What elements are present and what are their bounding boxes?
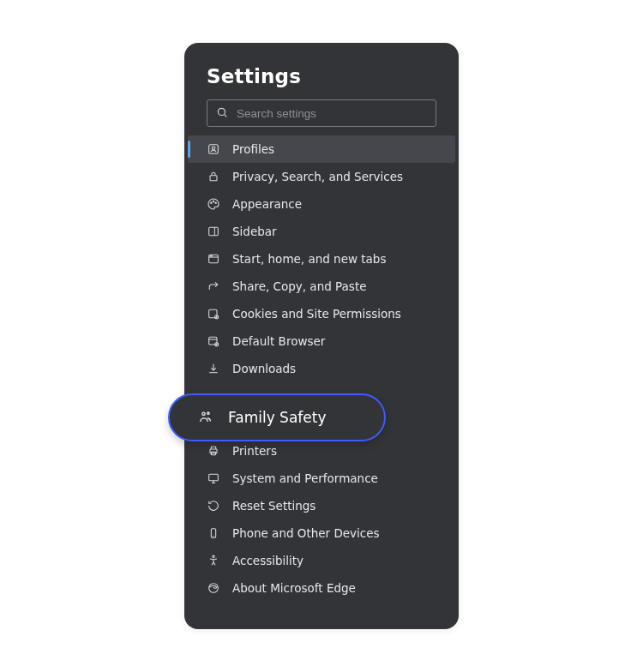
nav-label: Cookies and Site Permissions xyxy=(232,307,401,321)
nav-item-profiles[interactable]: Profiles xyxy=(188,135,455,163)
svg-point-6 xyxy=(213,201,213,201)
svg-line-1 xyxy=(225,114,227,117)
nav-label: System and Performance xyxy=(232,471,378,485)
nav-label: Accessibility xyxy=(232,554,303,567)
nav-label: Phone and Other Devices xyxy=(232,526,380,540)
search-box[interactable] xyxy=(207,99,436,127)
nav-label: Reset Settings xyxy=(232,499,315,513)
palette-icon xyxy=(207,197,220,211)
svg-point-12 xyxy=(210,255,211,256)
page-frame: Settings Profiles Privacy, Search, and S… xyxy=(0,0,643,672)
svg-point-27 xyxy=(207,412,209,414)
download-icon xyxy=(207,362,220,375)
nav-label: Downloads xyxy=(232,362,296,375)
nav-item-cookies[interactable]: Cookies and Site Permissions xyxy=(188,300,455,327)
svg-rect-16 xyxy=(209,337,217,345)
nav-item-phone[interactable]: Phone and Other Devices xyxy=(188,519,455,547)
nav-item-privacy[interactable]: Privacy, Search, and Services xyxy=(188,163,455,190)
nav-label: Default Browser xyxy=(232,334,325,348)
svg-point-13 xyxy=(212,255,213,256)
nav-item-reset[interactable]: Reset Settings xyxy=(188,492,455,519)
nav-item-system[interactable]: System and Performance xyxy=(188,465,455,492)
highlighted-item-family-safety[interactable]: Family Safety xyxy=(168,393,386,441)
globe-check-icon xyxy=(207,334,220,348)
settings-nav: Profiles Privacy, Search, and Services A… xyxy=(184,135,459,602)
nav-label: Printers xyxy=(232,444,277,458)
family-icon xyxy=(197,409,214,426)
settings-panel: Settings Profiles Privacy, Search, and S… xyxy=(184,43,459,629)
nav-label: About Microsoft Edge xyxy=(232,581,356,595)
nav-item-sidebar[interactable]: Sidebar xyxy=(188,218,455,245)
highlighted-label: Family Safety xyxy=(228,409,326,426)
sidebar-icon xyxy=(207,225,220,238)
accessibility-icon xyxy=(207,554,220,567)
monitor-icon xyxy=(207,471,220,485)
nav-label: Appearance xyxy=(232,197,302,211)
search-icon xyxy=(216,105,228,122)
svg-point-24 xyxy=(213,555,214,557)
nav-label: Profiles xyxy=(232,142,274,156)
svg-point-5 xyxy=(211,202,212,203)
phone-icon xyxy=(207,526,220,540)
nav-item-about[interactable]: About Microsoft Edge xyxy=(188,574,455,602)
nav-label: Start, home, and new tabs xyxy=(232,252,386,266)
window-icon xyxy=(207,252,220,266)
share-icon xyxy=(207,279,220,293)
nav-item-appearance[interactable]: Appearance xyxy=(188,190,455,218)
lock-icon xyxy=(207,170,220,183)
svg-rect-21 xyxy=(209,474,219,480)
nav-label: Share, Copy, and Paste xyxy=(232,279,367,293)
profile-icon xyxy=(207,142,220,156)
svg-rect-4 xyxy=(210,176,217,181)
svg-point-7 xyxy=(215,202,216,203)
svg-point-0 xyxy=(218,108,225,115)
svg-rect-8 xyxy=(209,227,219,235)
nav-item-accessibility[interactable]: Accessibility xyxy=(188,547,455,574)
search-input[interactable] xyxy=(237,107,427,120)
nav-item-default-browser[interactable]: Default Browser xyxy=(188,327,455,355)
permissions-icon xyxy=(207,307,220,321)
svg-rect-14 xyxy=(209,309,217,317)
nav-item-start-home[interactable]: Start, home, and new tabs xyxy=(188,245,455,273)
nav-label: Sidebar xyxy=(232,225,277,238)
reset-icon xyxy=(207,499,220,513)
nav-item-share[interactable]: Share, Copy, and Paste xyxy=(188,273,455,300)
printer-icon xyxy=(207,444,220,458)
edge-icon xyxy=(207,581,220,595)
svg-point-26 xyxy=(202,412,205,415)
page-title: Settings xyxy=(184,65,459,99)
nav-label: Privacy, Search, and Services xyxy=(232,170,403,183)
nav-item-downloads[interactable]: Downloads xyxy=(188,355,455,382)
svg-point-3 xyxy=(212,147,214,149)
